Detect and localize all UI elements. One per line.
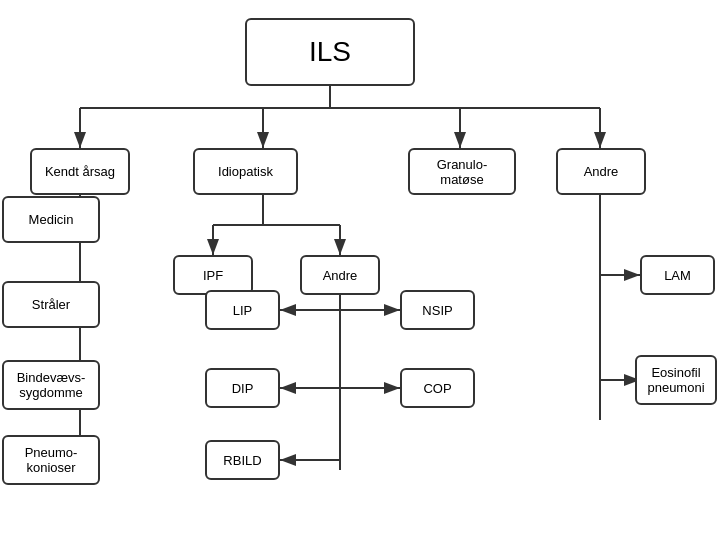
node-andre-top: Andre bbox=[556, 148, 646, 195]
node-eosinofil: Eosinofil pneumoni bbox=[635, 355, 717, 405]
node-cop: COP bbox=[400, 368, 475, 408]
node-kendt-aarsag: Kendt årsag bbox=[30, 148, 130, 195]
straler-label: Stråler bbox=[32, 297, 70, 312]
node-lip: LIP bbox=[205, 290, 280, 330]
node-idiopatisk: Idiopatisk bbox=[193, 148, 298, 195]
granulomatose-label: Granulo- matøse bbox=[437, 157, 488, 187]
node-lam: LAM bbox=[640, 255, 715, 295]
andre-top-label: Andre bbox=[584, 164, 619, 179]
node-ils: ILS bbox=[245, 18, 415, 86]
node-ipf: IPF bbox=[173, 255, 253, 295]
ils-label: ILS bbox=[309, 36, 351, 68]
bindevavs-label: Bindevævs- sygdomme bbox=[17, 370, 86, 400]
ipf-label: IPF bbox=[203, 268, 223, 283]
node-medicin: Medicin bbox=[2, 196, 100, 243]
node-bindevavs: Bindevævs- sygdomme bbox=[2, 360, 100, 410]
andre-mid-label: Andre bbox=[323, 268, 358, 283]
diagram: ILS Kendt årsag Idiopatisk Granulo- matø… bbox=[0, 0, 720, 540]
cop-label: COP bbox=[423, 381, 451, 396]
node-nsip: NSIP bbox=[400, 290, 475, 330]
kendt-aarsag-label: Kendt årsag bbox=[45, 164, 115, 179]
pneumo-label: Pneumo- konioser bbox=[25, 445, 78, 475]
node-pneumo: Pneumo- konioser bbox=[2, 435, 100, 485]
node-straler: Stråler bbox=[2, 281, 100, 328]
rbild-label: RBILD bbox=[223, 453, 261, 468]
idiopatisk-label: Idiopatisk bbox=[218, 164, 273, 179]
medicin-label: Medicin bbox=[29, 212, 74, 227]
node-dip: DIP bbox=[205, 368, 280, 408]
nsip-label: NSIP bbox=[422, 303, 452, 318]
lam-label: LAM bbox=[664, 268, 691, 283]
node-granulomatose: Granulo- matøse bbox=[408, 148, 516, 195]
eosinofil-label: Eosinofil pneumoni bbox=[647, 365, 704, 395]
lip-label: LIP bbox=[233, 303, 253, 318]
node-andre-mid: Andre bbox=[300, 255, 380, 295]
node-rbild: RBILD bbox=[205, 440, 280, 480]
dip-label: DIP bbox=[232, 381, 254, 396]
